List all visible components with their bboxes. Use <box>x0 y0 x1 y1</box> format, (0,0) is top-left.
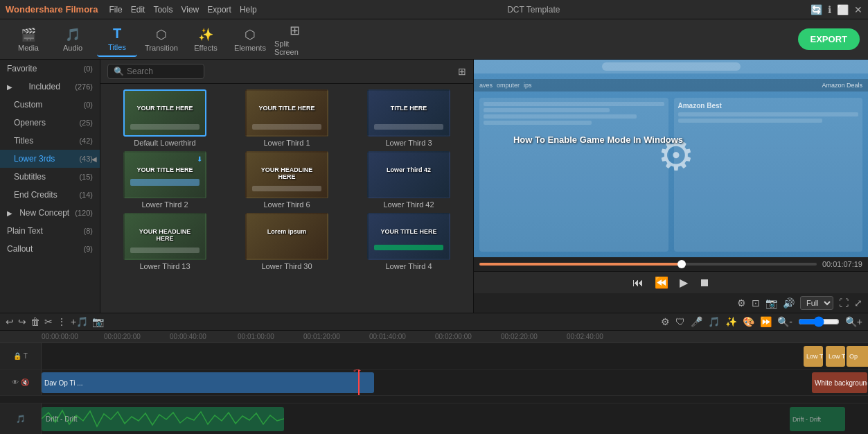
tool-media[interactable]: 🎬 Media <box>8 22 48 57</box>
tool-effects[interactable]: ✨ Effects <box>186 22 226 57</box>
list-item[interactable]: TITLE HERE Lower Third 3 <box>350 89 468 147</box>
redo-button[interactable]: ↪ <box>18 316 26 327</box>
snapshot-icon[interactable]: 📷 <box>765 297 777 309</box>
close-icon[interactable]: ✕ <box>854 4 862 15</box>
skip-back-button[interactable]: ⏮ <box>632 277 644 289</box>
frame-back-button[interactable]: ⏪ <box>655 276 668 289</box>
track-content-v2[interactable]: Low T Low T Op <box>42 343 868 369</box>
titles-count: (42) <box>79 137 93 145</box>
list-item[interactable]: YOUR HEADLINE HERE Lower Third 13 <box>106 213 224 270</box>
sidebar-item-titles[interactable]: Titles (42) <box>0 132 100 150</box>
sidebar-item-new-concept[interactable]: ▶ New Concept (120) <box>0 204 100 222</box>
music-icon[interactable]: 🎵 <box>708 316 720 327</box>
play-button[interactable]: ▶ <box>680 276 688 289</box>
menu-help[interactable]: Help <box>240 5 257 15</box>
mock-line <box>678 119 822 123</box>
settings-icon[interactable]: ⚙ <box>737 297 746 309</box>
undo-button[interactable]: ↩ <box>6 316 14 327</box>
ruler-mark: 00:01:00:00 <box>238 333 274 340</box>
quality-select[interactable]: Full 1/2 1/4 <box>800 296 833 310</box>
audio-clip-2[interactable]: Drift - Drift <box>790 407 845 431</box>
sidebar-item-callout[interactable]: Callout (9) <box>0 240 100 258</box>
info-icon[interactable]: ℹ <box>828 4 831 15</box>
speed-icon[interactable]: ⏩ <box>760 316 772 327</box>
add-track-button[interactable]: +🎵 <box>71 316 88 327</box>
search-box[interactable]: 🔍 <box>107 64 204 79</box>
list-item[interactable]: YOUR TITLE HERE Lower Third 4 <box>350 213 468 270</box>
maximize-icon[interactable]: ⬜ <box>837 4 849 15</box>
zoom-in-tl[interactable]: 🔍+ <box>845 316 862 327</box>
thumbnail-lower-third-4[interactable]: YOUR TITLE HERE <box>367 213 450 260</box>
thumbnail-lower-third-1[interactable]: YOUR TITLE HERE <box>245 89 328 137</box>
fullscreen-icon[interactable]: ⛶ <box>839 297 849 309</box>
sidebar-item-openers[interactable]: Openers (25) <box>0 114 100 132</box>
list-item[interactable]: Lorem ipsum Lower Third 30 <box>228 213 346 270</box>
menu-tools[interactable]: Tools <box>153 5 172 15</box>
export-button[interactable]: EXPORT <box>798 28 860 50</box>
menu-view[interactable]: View <box>181 5 199 15</box>
zoom-slider[interactable] <box>798 316 840 327</box>
tool-split-screen[interactable]: ⊞ Split Screen <box>274 22 315 57</box>
center-panel: 🔍 ⊞ YOUR TITLE HERE Default Lowerthird Y… <box>100 60 473 313</box>
cut-button[interactable]: ✂ <box>44 316 53 327</box>
track-content-v1[interactable]: Dav Op Ti ... White background ✂ <box>42 370 868 395</box>
thumbnail-lower-third-3[interactable]: TITLE HERE <box>367 89 450 137</box>
volume-icon[interactable]: 🔊 <box>783 297 795 309</box>
tool-transition[interactable]: ⬡ Transition <box>141 22 181 57</box>
thumb-label: Lower Third 30 <box>261 262 312 270</box>
track-v1-controls: 👁 🔇 <box>12 379 29 386</box>
search-input[interactable] <box>127 67 196 76</box>
sidebar-item-plain-text[interactable]: Plain Text (8) <box>0 222 100 240</box>
zoom-out-tl[interactable]: 🔍- <box>777 316 792 327</box>
stop-button[interactable]: ⏹ <box>699 277 710 289</box>
mock-box-title: Amazon Best <box>678 102 859 110</box>
thumbnail-lower-third-6[interactable]: YOUR HEADLINE HERE <box>245 151 328 198</box>
progress-bar[interactable] <box>479 263 817 266</box>
menu-edit[interactable]: Edit <box>131 5 145 15</box>
track-clip[interactable]: Low T <box>804 346 823 367</box>
thumbnail-lower-third-30[interactable]: Lorem ipsum <box>245 213 328 260</box>
sidebar-item-included[interactable]: ▶ Included (276) <box>0 78 100 96</box>
split-button[interactable]: ⋮ <box>57 316 67 327</box>
thumbnail-lower-third-2[interactable]: YOUR TITLE HERE ⬇ <box>123 151 206 198</box>
effects-tl-icon[interactable]: ✨ <box>725 316 737 327</box>
tool-elements[interactable]: ⬡ Elements <box>230 22 270 57</box>
download-icon[interactable]: ⬇ <box>197 155 202 163</box>
menu-file[interactable]: File <box>109 5 122 15</box>
sidebar-item-subtitles[interactable]: Subtitles (15) <box>0 168 100 186</box>
track-clip-white[interactable]: White background <box>812 372 867 393</box>
tool-titles[interactable]: T Titles <box>97 22 137 57</box>
delete-button[interactable]: 🗑 <box>30 316 40 327</box>
thumbnail-lower-third-13[interactable]: YOUR HEADLINE HERE <box>123 213 206 260</box>
lower3rds-label: Lower 3rds <box>14 154 55 164</box>
sidebar-item-custom[interactable]: Custom (0) <box>0 96 100 114</box>
list-item[interactable]: Lower Third 42 Lower Third 42 <box>350 151 468 209</box>
list-item[interactable]: YOUR HEADLINE HERE Lower Third 6 <box>228 151 346 209</box>
thumbnail-default-lowerthird[interactable]: YOUR TITLE HERE <box>123 89 206 137</box>
color-icon[interactable]: 🎨 <box>743 316 754 327</box>
track-clip-main[interactable]: Dav Op Ti ... <box>42 372 374 393</box>
collapse-arrow[interactable]: ◀ <box>91 155 97 163</box>
playhead[interactable]: ✂ <box>358 370 360 395</box>
minimize-icon[interactable]: 🔄 <box>811 4 822 15</box>
tool-audio[interactable]: 🎵 Audio <box>53 22 93 57</box>
sidebar-item-favorite[interactable]: Favorite (0) <box>0 60 100 78</box>
audio-track-content[interactable]: Drift - Drift Drift - Drift <box>42 403 868 434</box>
expand-icon[interactable]: ⤢ <box>854 297 862 309</box>
menu-export[interactable]: Export <box>207 5 231 15</box>
crop-icon[interactable]: ⊡ <box>752 297 760 309</box>
track-clip[interactable]: Op <box>847 346 868 367</box>
list-item[interactable]: YOUR TITLE HERE Lower Third 1 <box>228 89 346 147</box>
list-item[interactable]: YOUR TITLE HERE ⬇ Lower Third 2 <box>106 151 224 209</box>
grid-view-button[interactable]: ⊞ <box>458 66 466 77</box>
list-item[interactable]: YOUR TITLE HERE Default Lowerthird <box>106 89 224 147</box>
thumbnail-lower-third-42[interactable]: Lower Third 42 <box>367 151 450 198</box>
mic-icon[interactable]: 🎤 <box>691 316 702 327</box>
settings-tl-icon[interactable]: ⚙ <box>661 316 670 327</box>
track-clip[interactable]: Low T <box>826 346 845 367</box>
sidebar-item-end-credits[interactable]: End Credits (14) <box>0 186 100 204</box>
sidebar-item-lower3rds[interactable]: Lower 3rds (43) ◀ <box>0 150 100 168</box>
progress-thumb[interactable] <box>677 260 686 268</box>
shield-icon[interactable]: 🛡 <box>675 316 685 327</box>
add-video-button[interactable]: 📷 <box>92 316 104 327</box>
